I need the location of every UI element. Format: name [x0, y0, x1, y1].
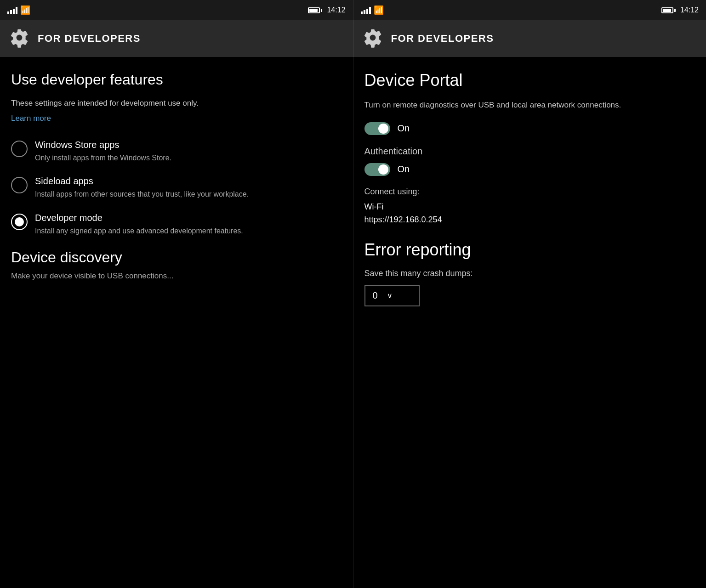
radio-desc-sideload: Install apps from other sources that you… [35, 189, 249, 199]
status-right-left: 14:12 [308, 6, 345, 14]
radio-option-windows-store[interactable]: Windows Store apps Only install apps fro… [11, 140, 342, 163]
connect-using-label: Connect using: [364, 187, 695, 197]
header-bar-left: FOR DEVELOPERS [0, 20, 353, 57]
authentication-title: Authentication [364, 146, 695, 157]
signal-bar-r1 [361, 11, 363, 14]
radio-content-developer-mode: Developer mode Install any signed app an… [35, 213, 243, 236]
radio-option-developer-mode[interactable]: Developer mode Install any signed app an… [11, 213, 342, 236]
crash-dumps-label: Save this many crash dumps: [364, 269, 695, 278]
main-content: Use developer features These settings ar… [0, 57, 706, 588]
battery-icon-left [308, 7, 322, 13]
radio-content-windows-store: Windows Store apps Only install apps fro… [35, 140, 171, 163]
authentication-toggle-thumb [378, 164, 388, 175]
battery-fill-right [663, 9, 671, 12]
crash-dumps-dropdown[interactable]: 0 ∨ [364, 285, 420, 306]
signal-bar-2 [10, 10, 12, 14]
radio-label-sideload: Sideload apps [35, 176, 249, 187]
status-bar-right: 📶 14:12 [353, 0, 706, 20]
device-portal-title: Device Portal [364, 71, 695, 90]
developer-features-description: These settings are intended for developm… [11, 97, 342, 109]
header-title-left: FOR DEVELOPERS [38, 33, 141, 45]
signal-bar-3 [13, 9, 15, 14]
time-right: 14:12 [680, 6, 699, 14]
connect-type: Wi-Fi [364, 200, 695, 214]
connect-info: Connect using: Wi-Fi https://192.168.0.2… [364, 187, 695, 227]
use-developer-features-title: Use developer features [11, 71, 342, 88]
radio-circle-sideload [11, 177, 28, 193]
radio-option-sideload[interactable]: Sideload apps Install apps from other so… [11, 176, 342, 199]
radio-desc-windows-store: Only install apps from the Windows Store… [35, 153, 171, 163]
wifi-icon-right: 📶 [374, 5, 384, 15]
error-reporting-title: Error reporting [364, 240, 695, 260]
signal-bars-right [361, 6, 371, 14]
gear-icon-left [9, 28, 29, 50]
signal-bar-r4 [369, 7, 371, 14]
authentication-toggle[interactable] [364, 163, 390, 176]
device-portal-toggle-row: On [364, 122, 695, 135]
radio-desc-developer-mode: Install any signed app and use advanced … [35, 226, 243, 236]
radio-dot-developer-mode [15, 217, 24, 226]
status-right-right: 14:12 [661, 6, 699, 14]
header-bars: FOR DEVELOPERS FOR DEVELOPERS [0, 20, 706, 57]
device-portal-toggle[interactable] [364, 122, 390, 135]
signal-bars-left [7, 6, 17, 14]
header-bar-right: FOR DEVELOPERS [353, 20, 706, 57]
status-bars: 📶 14:12 📶 [0, 0, 706, 20]
battery-body-left [308, 7, 320, 13]
signal-bar-1 [7, 11, 9, 14]
gear-icon-right [363, 28, 383, 50]
radio-circle-windows-store [11, 141, 28, 157]
authentication-toggle-row: On [364, 163, 695, 176]
signal-bar-4 [16, 7, 17, 14]
device-portal-toggle-label: On [398, 123, 410, 134]
connect-url: https://192.168.0.254 [364, 213, 695, 226]
crash-dumps-value: 0 [373, 290, 378, 301]
signal-bar-r3 [366, 9, 368, 14]
signal-bar-r2 [364, 10, 365, 14]
status-left-left: 📶 [7, 5, 30, 15]
battery-body-right [661, 7, 673, 13]
radio-content-sideload: Sideload apps Install apps from other so… [35, 176, 249, 199]
learn-more-link[interactable]: Learn more [11, 114, 342, 123]
right-panel: Device Portal Turn on remote diagnostics… [353, 57, 706, 588]
device-portal-description: Turn on remote diagnostics over USB and … [364, 99, 695, 111]
device-discovery-title: Device discovery [11, 249, 342, 266]
header-title-right: FOR DEVELOPERS [391, 33, 494, 45]
authentication-toggle-label: On [398, 164, 410, 175]
radio-label-windows-store: Windows Store apps [35, 140, 171, 150]
status-bar-left: 📶 14:12 [0, 0, 353, 20]
radio-circle-developer-mode [11, 214, 28, 230]
device-discovery-description: Make your device visible to USB connecti… [11, 271, 342, 282]
time-left: 14:12 [327, 6, 345, 14]
left-panel: Use developer features These settings ar… [0, 57, 353, 588]
battery-tip-left [321, 9, 322, 12]
status-left-right: 📶 [361, 5, 384, 15]
battery-icon-right [661, 7, 676, 13]
device-portal-toggle-thumb [378, 124, 388, 134]
battery-fill-left [309, 9, 318, 12]
battery-tip-right [674, 9, 676, 12]
wifi-icon-left: 📶 [20, 5, 30, 15]
chevron-down-icon: ∨ [387, 291, 393, 300]
radio-label-developer-mode: Developer mode [35, 213, 243, 223]
